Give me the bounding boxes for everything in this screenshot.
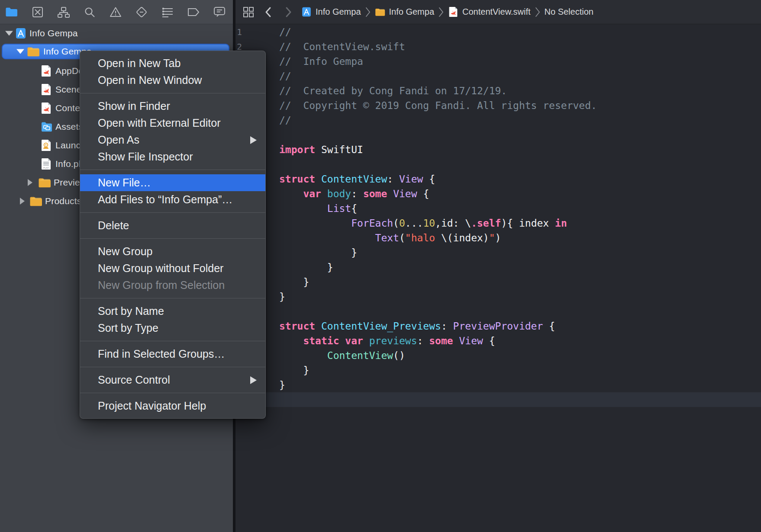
breadcrumb: Info GempaInfo GempaContentView.swiftNo …: [301, 6, 593, 18]
code-line: //: [279, 69, 597, 83]
disclosure-collapsed-icon[interactable]: [20, 198, 25, 205]
menu-item-open-with-external-editor[interactable]: Open with External Editor: [80, 115, 265, 131]
menu-item-new-file[interactable]: New File…: [80, 174, 265, 191]
submenu-arrow-icon: [250, 136, 257, 144]
line-number-gutter: 12: [235, 25, 242, 54]
debug-navigator-icon[interactable]: [161, 5, 174, 19]
code-line: struct ContentView_Previews: PreviewProv…: [279, 319, 597, 333]
code-line: // Created by Cong Fandi on 17/12/19.: [279, 83, 597, 98]
code-line: }: [279, 245, 597, 260]
back-button[interactable]: [261, 5, 275, 19]
code-line: }: [279, 275, 597, 289]
context-menu: Open in New TabOpen in New WindowShow in…: [80, 51, 266, 419]
code-line: //: [279, 25, 597, 39]
folder-icon: [27, 47, 40, 57]
code-line: import SwiftUI: [279, 142, 597, 157]
menu-item-source-control[interactable]: Source Control: [80, 372, 265, 388]
menu-separator: [80, 234, 265, 243]
breadcrumb-label: Info Gempa: [316, 7, 361, 17]
swift-file-icon: [448, 6, 458, 17]
jump-bar: Info GempaInfo GempaContentView.swiftNo …: [235, 0, 761, 24]
find-navigator-icon[interactable]: [83, 5, 97, 19]
breadcrumb-no-selection[interactable]: No Selection: [545, 7, 593, 17]
issue-navigator-icon[interactable]: [109, 5, 123, 19]
menu-item-sort-by-type[interactable]: Sort by Type: [80, 320, 265, 337]
code-line: }: [279, 363, 597, 378]
menu-item-new-group-from-selection: New Group from Selection: [80, 277, 265, 294]
code-line: Text("halo \(index)"): [279, 231, 597, 245]
code-line: }: [279, 260, 597, 275]
source-editor[interactable]: 12 //// ContentView.swift// Info Gempa//…: [235, 0, 761, 532]
report-navigator-icon[interactable]: [213, 5, 226, 19]
symbol-navigator-icon[interactable]: [57, 5, 71, 19]
code-line: List{: [279, 201, 597, 216]
plist-icon: PLIST: [41, 158, 51, 170]
code-line: ContentView(): [279, 348, 597, 363]
folder-icon: [38, 178, 51, 188]
menu-item-delete[interactable]: Delete: [80, 217, 265, 234]
code-line: [279, 128, 597, 142]
svg-text:PLIST: PLIST: [43, 167, 49, 169]
code-line: }: [279, 378, 597, 392]
code-line: // Copyright © 2019 Cong Fandi. All righ…: [279, 98, 597, 113]
menu-item-new-group-without-folder[interactable]: New Group without Folder: [80, 260, 265, 277]
menu-item-open-in-new-window[interactable]: Open in New Window: [80, 72, 265, 89]
menu-item-open-in-new-tab[interactable]: Open in New Tab: [80, 55, 265, 72]
xcode-window: { "navigator_toolbar": { "icons": ["proj…: [0, 0, 761, 532]
disclosure-collapsed-icon[interactable]: [28, 179, 32, 186]
tree-row-project-info-gempa[interactable]: Info Gempa: [0, 26, 233, 41]
code-line: [279, 392, 597, 407]
xcodeproj-icon: [301, 6, 312, 17]
breadcrumb-separator-icon: [535, 6, 540, 18]
code-line: // ContentView.swift: [279, 39, 597, 54]
folder-icon: [375, 6, 385, 17]
menu-item-open-as[interactable]: Open As: [80, 131, 265, 148]
xcodeproj-icon: [16, 27, 26, 39]
forward-button[interactable]: [281, 5, 295, 19]
breadcrumb-segment[interactable]: ContentView.swift: [448, 6, 531, 17]
menu-separator: [80, 165, 265, 174]
menu-separator: [80, 89, 265, 98]
swift-file-icon: [41, 102, 51, 114]
tree-row-label: Info Gempa: [29, 28, 78, 38]
breadcrumb-label: Info Gempa: [389, 7, 435, 17]
menu-item-show-file-inspector[interactable]: Show File Inspector: [80, 148, 265, 165]
breadcrumb-segment[interactable]: Info Gempa: [301, 6, 361, 17]
test-navigator-icon[interactable]: [135, 5, 148, 19]
navigator-toolbar: [0, 0, 233, 24]
swift-file-icon: [41, 65, 51, 77]
submenu-arrow-icon: [250, 376, 257, 384]
code-line: var body: some View {: [279, 186, 597, 201]
menu-separator: [80, 388, 265, 397]
menu-item-sort-by-name[interactable]: Sort by Name: [80, 303, 265, 320]
menu-item-find-in-selected-groups[interactable]: Find in Selected Groups…: [80, 346, 265, 362]
menu-separator: [80, 337, 265, 346]
menu-separator: [80, 362, 265, 372]
disclosure-expanded-icon[interactable]: [16, 49, 24, 54]
related-items-icon[interactable]: [242, 5, 255, 19]
code-content[interactable]: //// ContentView.swift// Info Gempa//// …: [279, 25, 597, 407]
code-line: //: [279, 113, 597, 128]
menu-separator: [80, 208, 265, 217]
swift-file-icon: [41, 83, 51, 96]
menu-item-project-navigator-help[interactable]: Project Navigator Help: [80, 397, 265, 414]
menu-item-show-in-finder[interactable]: Show in Finder: [80, 98, 265, 115]
code-line: [279, 304, 597, 319]
code-line: ForEach(0...10,id: \.self){ index in: [279, 216, 597, 231]
assets-icon: [41, 122, 52, 132]
code-line: struct ContentView: View {: [279, 172, 597, 186]
menu-item-new-group[interactable]: New Group: [80, 243, 265, 260]
breadcrumb-segment[interactable]: Info Gempa: [375, 6, 435, 17]
breakpoint-navigator-icon[interactable]: [187, 5, 200, 19]
code-line: [279, 157, 597, 172]
breadcrumb-label: ContentView.swift: [462, 7, 531, 17]
project-navigator-icon[interactable]: [5, 5, 19, 19]
menu-item-add-files-to-info-gempa[interactable]: Add Files to “Info Gempa”…: [80, 191, 265, 208]
code-line: }: [279, 289, 597, 304]
source-control-navigator-icon[interactable]: [31, 5, 45, 19]
breadcrumb-separator-icon: [439, 6, 444, 18]
disclosure-expanded-icon[interactable]: [5, 31, 13, 36]
code-line: // Info Gempa: [279, 54, 597, 69]
breadcrumb-separator-icon: [365, 6, 371, 18]
folder-icon: [29, 196, 42, 206]
